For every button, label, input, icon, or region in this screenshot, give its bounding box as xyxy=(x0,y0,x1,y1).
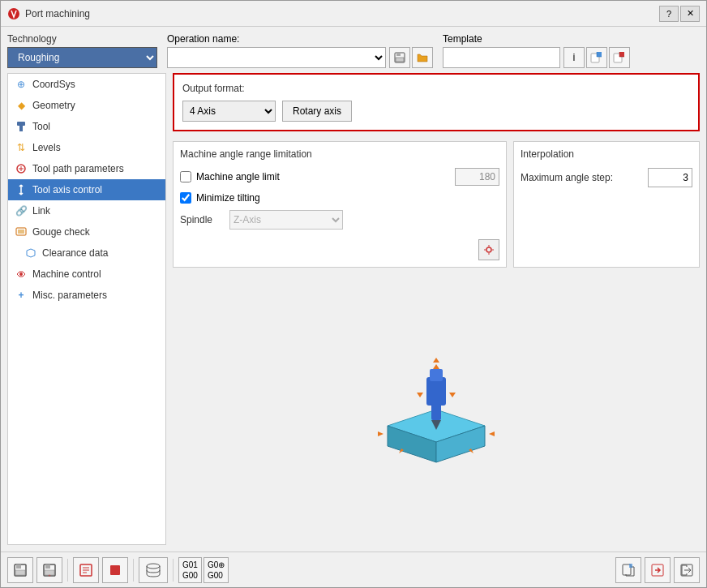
angle-limit-input xyxy=(455,168,499,186)
svg-rect-36 xyxy=(110,565,120,575)
coordsys-icon: ⊕ xyxy=(15,78,28,91)
minimize-tilting-checkbox[interactable] xyxy=(180,192,191,204)
sidebar-item-gouge[interactable]: Gouge check xyxy=(8,221,165,242)
separator-1 xyxy=(67,559,68,582)
load-icon xyxy=(590,51,603,64)
bottom-arrow-button[interactable] xyxy=(645,557,671,583)
tool-icon xyxy=(15,120,28,133)
spindle-settings-button[interactable] xyxy=(478,239,499,260)
sidebar-label-geometry: Geometry xyxy=(32,100,75,111)
title-buttons: ? ✕ xyxy=(659,6,700,22)
close-button[interactable]: ✕ xyxy=(680,6,700,22)
svg-rect-3 xyxy=(396,58,404,62)
operation-select[interactable] xyxy=(167,47,386,68)
bottom-bar: + G01G00 xyxy=(1,552,706,587)
levels-icon: ⇅ xyxy=(15,141,28,154)
sidebar-item-geometry[interactable]: ◆ Geometry xyxy=(8,95,165,116)
machine-angle-panel: Machine angle range limitation Machine a… xyxy=(173,141,507,268)
content-area: Technology Roughing Finishing Operation … xyxy=(1,27,706,552)
bottom-db-button[interactable] xyxy=(139,557,168,583)
template-info-button[interactable]: i xyxy=(563,47,585,68)
sidebar-item-toolaxis[interactable]: Tool axis control xyxy=(8,179,165,200)
angle-limit-checkbox[interactable] xyxy=(180,171,191,182)
spindle-label: Spindle xyxy=(180,214,225,225)
svg-marker-16 xyxy=(378,431,383,436)
folder-button[interactable] xyxy=(412,47,433,68)
title-bar: Port machining ? ✕ xyxy=(1,1,706,27)
sidebar-label-gouge: Gouge check xyxy=(32,226,90,238)
bottom-exit-button[interactable] xyxy=(674,557,700,583)
minimize-tilting-label: Minimize tilting xyxy=(196,192,260,204)
sidebar-label-machine: Machine control xyxy=(32,268,101,280)
save-operation-button[interactable] xyxy=(389,47,410,68)
operation-controls xyxy=(167,47,433,68)
sidebar: ⊕ CoordSys ◆ Geometry Tool ⇅ Levels xyxy=(7,73,166,545)
svg-rect-10 xyxy=(18,230,24,234)
g01-display: G01G00 xyxy=(178,557,202,583)
window-title: Port machining xyxy=(25,8,654,19)
db-icon xyxy=(144,563,163,577)
technology-select-wrapper: Roughing Finishing xyxy=(7,47,157,68)
toolaxis-icon xyxy=(15,183,28,196)
bottom-calc-button[interactable] xyxy=(73,557,99,583)
sidebar-label-clearance: Clearance data xyxy=(42,247,108,259)
separator-2 xyxy=(133,559,134,582)
output-format-box: Output format: 4 Axis 3 Axis 5 Axis Rota… xyxy=(173,73,700,131)
template-input[interactable] xyxy=(443,47,560,68)
spindle-select[interactable]: Z-Axis X-Axis Y-Axis xyxy=(229,210,343,230)
sidebar-item-machine[interactable]: Machine control xyxy=(8,264,165,285)
bottom-stop-button[interactable] xyxy=(102,557,128,583)
help-button[interactable]: ? xyxy=(659,6,679,22)
template-label: Template xyxy=(443,33,630,45)
technology-label: Technology xyxy=(7,33,157,45)
panels-row: Machine angle range limitation Machine a… xyxy=(173,141,700,268)
machine-icon xyxy=(15,268,28,281)
template-save-button[interactable] xyxy=(609,47,630,68)
sidebar-label-coordsys: CoordSys xyxy=(32,79,75,90)
save-icon xyxy=(393,51,406,64)
sidebar-item-toolpath[interactable]: Tool path parameters xyxy=(8,158,165,179)
sidebar-label-toolaxis: Tool axis control xyxy=(32,184,102,195)
svg-marker-27 xyxy=(449,393,456,397)
template-group: Template i xyxy=(443,33,630,68)
sidebar-item-coordsys[interactable]: ⊕ CoordSys xyxy=(8,74,165,95)
svg-rect-32 xyxy=(45,564,50,569)
right-panel: Output format: 4 Axis 3 Axis 5 Axis Rota… xyxy=(173,73,700,545)
max-angle-input[interactable] xyxy=(648,168,692,187)
sidebar-label-link: Link xyxy=(32,205,50,217)
toolpath-icon xyxy=(15,162,28,175)
gouge-icon xyxy=(15,225,28,238)
svg-rect-29 xyxy=(16,564,21,569)
technology-select[interactable]: Roughing Finishing xyxy=(7,47,157,68)
axis-select[interactable]: 4 Axis 3 Axis 5 Axis xyxy=(182,101,276,122)
sidebar-item-link[interactable]: 🔗 Link xyxy=(8,200,165,221)
svg-point-12 xyxy=(486,247,491,252)
sidebar-label-misc: Misc. parameters xyxy=(32,290,107,301)
sidebar-item-misc[interactable]: + Misc. parameters xyxy=(8,285,165,306)
info-icon: i xyxy=(572,52,575,63)
bottom-export-button[interactable] xyxy=(615,557,641,583)
svg-rect-22 xyxy=(431,404,441,420)
bottom-save-button[interactable] xyxy=(7,557,33,583)
sidebar-item-clearance[interactable]: Clearance data xyxy=(8,242,165,264)
link-icon: 🔗 xyxy=(15,204,28,217)
template-save-icon xyxy=(613,51,626,64)
bottom-saveas-icon: + xyxy=(42,563,57,577)
angle-limit-row: Machine angle limit xyxy=(180,168,499,186)
minimize-tilting-row: Minimize tilting xyxy=(180,192,499,204)
rotary-axis-button[interactable]: Rotary axis xyxy=(282,101,352,122)
svg-rect-30 xyxy=(15,570,25,575)
template-load-button[interactable] xyxy=(586,47,607,68)
svg-rect-7 xyxy=(19,126,23,131)
separator-3 xyxy=(173,559,174,582)
output-format-label: Output format: xyxy=(182,83,690,94)
stop-icon xyxy=(108,563,122,577)
sidebar-item-tool[interactable]: Tool xyxy=(8,116,165,137)
bottom-saveas-button[interactable]: + xyxy=(36,557,62,583)
operation-label: Operation name: xyxy=(167,33,433,45)
export-icon xyxy=(621,563,636,577)
sidebar-item-levels[interactable]: ⇅ Levels xyxy=(8,137,165,158)
arrow-right-icon xyxy=(650,563,665,577)
svg-marker-25 xyxy=(433,358,439,363)
svg-marker-17 xyxy=(489,431,495,436)
